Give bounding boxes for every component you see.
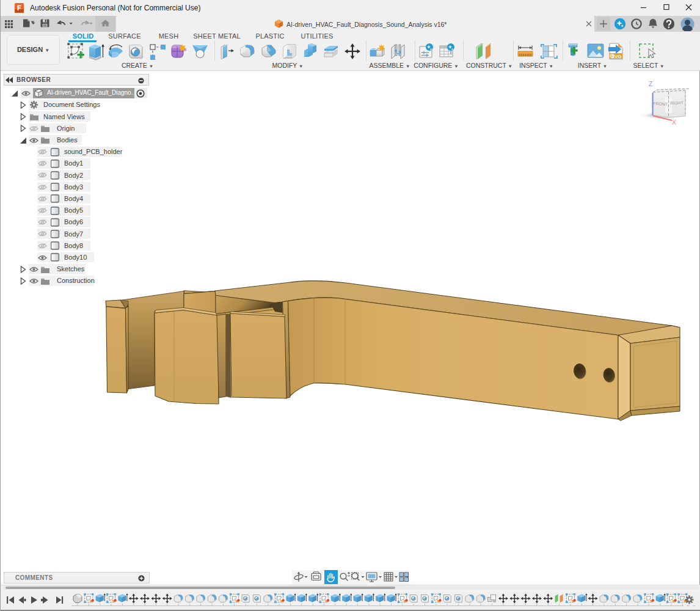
- svg-text:X: X: [672, 119, 676, 126]
- svg-text:RIGHT: RIGHT: [670, 100, 684, 105]
- svg-text:Z: Z: [649, 80, 653, 87]
- svg-text:FRONT: FRONT: [653, 101, 668, 106]
